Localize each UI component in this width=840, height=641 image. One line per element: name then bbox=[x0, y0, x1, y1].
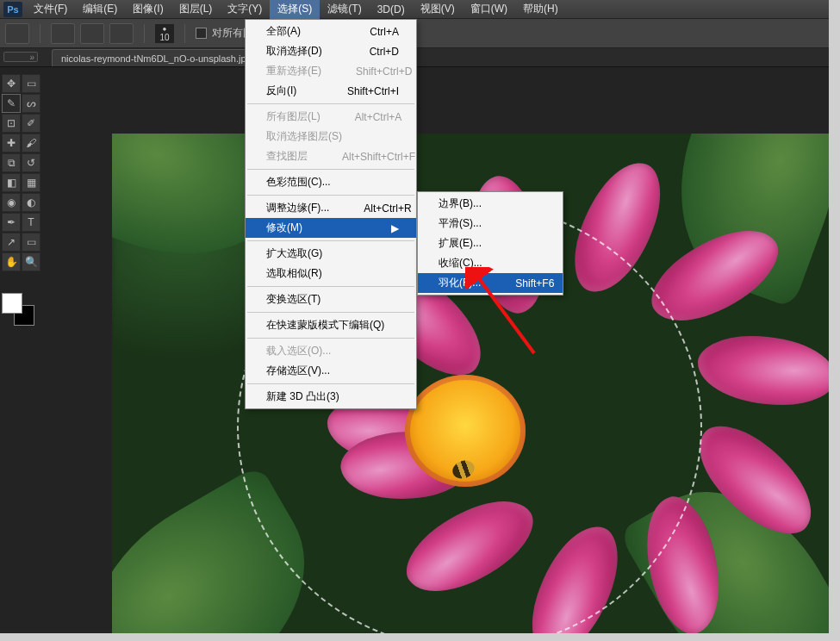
document-tab[interactable]: nicolas-reymond-tNm6DL_nO-o-unsplash.jp … bbox=[52, 49, 266, 66]
menu-filter[interactable]: 滤镜(T) bbox=[320, 0, 369, 19]
menu-select-all[interactable]: 全部(A)Ctrl+A bbox=[246, 22, 416, 41]
menu-new-3d-extrusion[interactable]: 新建 3D 凸出(3) bbox=[246, 387, 416, 407]
menu-reselect: 重新选择(E)Shift+Ctrl+D bbox=[246, 61, 416, 81]
menu-load-selection: 载入选区(O)... bbox=[246, 341, 416, 361]
option-button-2[interactable] bbox=[80, 23, 104, 44]
menu-edit-quickmask[interactable]: 在快速蒙版模式下编辑(Q) bbox=[246, 315, 416, 335]
menu-select[interactable]: 选择(S) bbox=[270, 0, 320, 19]
path-tool[interactable]: ↗ bbox=[2, 233, 21, 252]
dodge-tool[interactable]: ◐ bbox=[22, 193, 40, 212]
menu-file[interactable]: 文件(F) bbox=[26, 0, 75, 19]
menu-find-layers: 查找图层Alt+Shift+Ctrl+F bbox=[246, 146, 416, 166]
crop-tool[interactable]: ⊡ bbox=[2, 114, 21, 133]
select-menu-dropdown: 全部(A)Ctrl+A 取消选择(D)Ctrl+D 重新选择(E)Shift+C… bbox=[245, 19, 417, 409]
submenu-arrow-icon: ▶ bbox=[391, 222, 399, 234]
zoom-tool[interactable]: 🔍 bbox=[22, 252, 40, 271]
color-swatches bbox=[2, 293, 40, 329]
option-button-3[interactable] bbox=[109, 23, 134, 44]
menu-all-layers: 所有图层(L)Alt+Ctrl+A bbox=[246, 107, 416, 127]
brush-tool[interactable]: 🖌 bbox=[22, 134, 40, 152]
menu-deselect[interactable]: 取消选择(D)Ctrl+D bbox=[246, 41, 416, 61]
menu-layer[interactable]: 图层(L) bbox=[171, 0, 221, 19]
quick-selection-tool[interactable]: ✎ bbox=[2, 94, 21, 113]
marquee-tool[interactable]: ▭ bbox=[22, 74, 40, 93]
sample-all-layers-checkbox[interactable] bbox=[196, 28, 207, 39]
brush-size-display[interactable]: ● 10 bbox=[155, 24, 174, 43]
move-tool[interactable]: ✥ bbox=[2, 74, 21, 93]
blur-tool[interactable]: ◉ bbox=[2, 193, 21, 212]
menu-modify-border[interactable]: 边界(B)... bbox=[418, 194, 563, 214]
menu-inverse[interactable]: 反向(I)Shift+Ctrl+I bbox=[246, 81, 416, 101]
menubar: Ps 文件(F) 编辑(E) 图像(I) 图层(L) 文字(Y) 选择(S) 滤… bbox=[0, 0, 829, 19]
panel-toggle[interactable] bbox=[3, 52, 38, 62]
menu-deselect-layers: 取消选择图层(S) bbox=[246, 127, 416, 146]
menu-3d[interactable]: 3D(D) bbox=[370, 1, 413, 18]
pen-tool[interactable]: ✒ bbox=[2, 213, 21, 232]
menu-type[interactable]: 文字(Y) bbox=[220, 0, 270, 19]
modify-submenu-dropdown: 边界(B)... 平滑(S)... 扩展(E)... 收缩(C)... 羽化(F… bbox=[417, 191, 563, 296]
spot-heal-tool[interactable]: ✚ bbox=[2, 134, 21, 152]
app-logo: Ps bbox=[3, 2, 22, 17]
menu-save-selection[interactable]: 存储选区(V)... bbox=[246, 361, 416, 381]
menu-similar[interactable]: 选取相似(R) bbox=[246, 264, 416, 283]
foreground-color[interactable] bbox=[2, 293, 22, 314]
document-tab-label: nicolas-reymond-tNm6DL_nO-o-unsplash.jp bbox=[61, 53, 246, 64]
eyedropper-tool[interactable]: ✐ bbox=[22, 114, 40, 133]
menu-modify-expand[interactable]: 扩展(E)... bbox=[418, 233, 563, 253]
type-tool[interactable]: T bbox=[22, 213, 40, 232]
menu-grow[interactable]: 扩大选取(G) bbox=[246, 244, 416, 264]
menu-modify-feather[interactable]: 羽化(F)...Shift+F6 bbox=[418, 273, 563, 293]
gradient-tool[interactable]: ▦ bbox=[22, 173, 40, 192]
current-tool-preset[interactable] bbox=[5, 23, 29, 44]
brush-size-value: 10 bbox=[159, 33, 169, 42]
menu-modify-contract[interactable]: 收缩(C)... bbox=[418, 253, 563, 273]
history-brush-tool[interactable]: ↺ bbox=[22, 153, 40, 172]
clone-tool[interactable]: ⧉ bbox=[2, 153, 21, 172]
menu-refine-edge[interactable]: 调整边缘(F)...Alt+Ctrl+R bbox=[246, 198, 416, 218]
tool-palette: ✥ ▭ ✎ ᔕ ⊡ ✐ ✚ 🖌 ⧉ ↺ ◧ ▦ ◉ ◐ ✒ T ↗ ▭ ✋ 🔍 bbox=[2, 74, 40, 271]
menu-window[interactable]: 窗口(W) bbox=[463, 0, 515, 19]
hand-tool[interactable]: ✋ bbox=[2, 252, 21, 271]
menu-help[interactable]: 帮助(H) bbox=[515, 0, 566, 19]
shape-tool[interactable]: ▭ bbox=[22, 233, 40, 252]
menu-image[interactable]: 图像(I) bbox=[125, 0, 171, 19]
menu-modify[interactable]: 修改(M)▶ bbox=[246, 218, 416, 238]
menu-view[interactable]: 视图(V) bbox=[413, 0, 463, 19]
menu-transform-selection[interactable]: 变换选区(T) bbox=[246, 289, 416, 309]
menu-edit[interactable]: 编辑(E) bbox=[75, 0, 125, 19]
option-button-1[interactable] bbox=[51, 23, 75, 44]
menu-color-range[interactable]: 色彩范围(C)... bbox=[246, 172, 416, 192]
menu-modify-smooth[interactable]: 平滑(S)... bbox=[418, 214, 563, 233]
eraser-tool[interactable]: ◧ bbox=[2, 173, 21, 192]
lasso-tool[interactable]: ᔕ bbox=[22, 94, 40, 113]
